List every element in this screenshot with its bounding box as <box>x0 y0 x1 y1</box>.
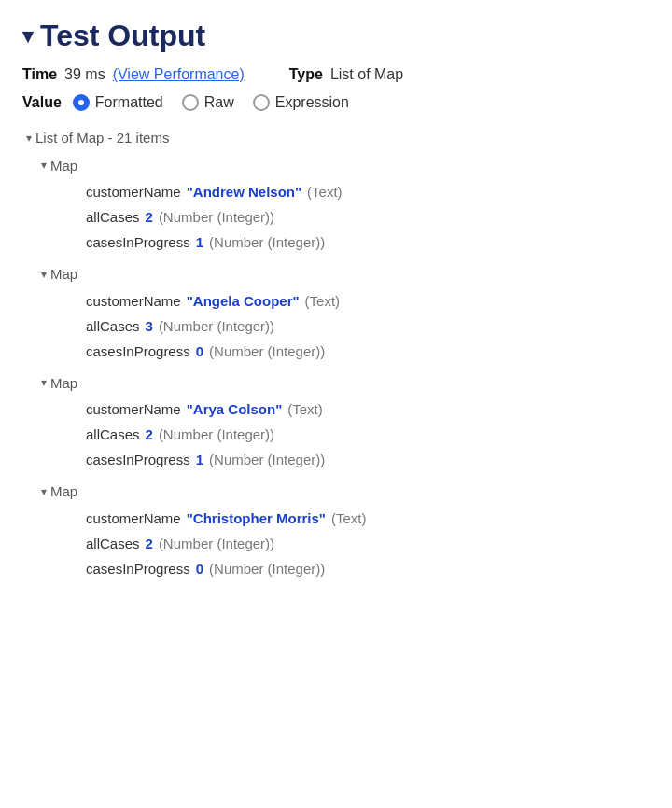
field-type-allCases-0: (Number (Integer)) <box>159 204 274 230</box>
collapse-chevron[interactable]: ▾ <box>22 24 33 49</box>
radio-group: Formatted Raw Expression <box>73 94 349 111</box>
radio-expression[interactable]: Expression <box>253 94 349 111</box>
field-name-casesInProgress-0: casesInProgress <box>86 230 190 255</box>
field-row-allCases-2: allCases 2 (Number (Integer)) <box>86 422 650 447</box>
field-value-allCases-0: 2 <box>146 204 153 230</box>
field-value-casesInProgress-3: 0 <box>196 556 203 581</box>
map-triangle-2[interactable]: ▾ <box>41 373 47 392</box>
field-value-customerName-2: "Arya Colson" <box>187 397 283 422</box>
view-performance-link[interactable]: (View Performance) <box>113 66 245 83</box>
field-name-customerName-1: customerName <box>86 288 181 313</box>
field-type-casesInProgress-2: (Number (Integer)) <box>209 447 325 472</box>
time-label: Time <box>22 66 57 83</box>
map-triangle-1[interactable]: ▾ <box>41 265 47 284</box>
field-name-allCases-3: allCases <box>86 531 140 556</box>
radio-raw-label: Raw <box>204 94 234 111</box>
map-header-2: ▾ Map <box>41 371 650 396</box>
field-row-customerName-1: customerName "Angela Cooper" (Text) <box>86 288 650 313</box>
time-value: 39 ms <box>64 66 105 83</box>
field-name-customerName-3: customerName <box>86 506 181 531</box>
field-type-casesInProgress-3: (Number (Integer)) <box>209 556 325 581</box>
map-fields-1: customerName "Angela Cooper" (Text) allC… <box>41 288 650 364</box>
field-row-allCases-3: allCases 2 (Number (Integer)) <box>86 531 650 556</box>
map-label-2: Map <box>50 371 77 396</box>
field-row-casesInProgress-3: casesInProgress 0 (Number (Integer)) <box>86 556 650 581</box>
field-name-allCases-0: allCases <box>86 204 140 230</box>
meta-row: Time 39 ms (View Performance) Type List … <box>22 66 650 83</box>
value-row: Value Formatted Raw Expression <box>22 94 650 111</box>
page-title: Test Output <box>40 19 205 53</box>
field-value-allCases-1: 3 <box>146 313 153 339</box>
map-label-1: Map <box>50 262 77 286</box>
tree-container: ▾ List of Map - 21 items ▾ Map customerN… <box>22 126 650 581</box>
tree-root: ▾ List of Map - 21 items <box>22 126 650 150</box>
field-value-customerName-3: "Christopher Morris" <box>187 506 326 531</box>
field-type-casesInProgress-0: (Number (Integer)) <box>209 230 325 255</box>
field-row-casesInProgress-1: casesInProgress 0 (Number (Integer)) <box>86 339 650 364</box>
radio-formatted-label: Formatted <box>95 94 163 111</box>
type-value: List of Map <box>330 66 403 83</box>
field-name-customerName-0: customerName <box>86 179 181 204</box>
field-value-allCases-2: 2 <box>146 422 153 447</box>
field-value-customerName-0: "Andrew Nelson" <box>187 179 301 204</box>
field-type-allCases-1: (Number (Integer)) <box>159 313 274 339</box>
field-name-customerName-2: customerName <box>86 397 181 422</box>
field-name-casesInProgress-2: casesInProgress <box>86 447 190 472</box>
field-name-casesInProgress-1: casesInProgress <box>86 339 190 364</box>
field-value-casesInProgress-1: 0 <box>196 339 203 364</box>
field-value-allCases-3: 2 <box>146 531 153 556</box>
field-row-casesInProgress-2: casesInProgress 1 (Number (Integer)) <box>86 447 650 472</box>
field-value-casesInProgress-0: 1 <box>196 230 203 255</box>
field-value-customerName-1: "Angela Cooper" <box>187 288 300 313</box>
map-group-3: ▾ Map customerName "Christopher Morris" … <box>22 480 650 581</box>
map-fields-2: customerName "Arya Colson" (Text) allCas… <box>41 397 650 472</box>
field-type-allCases-2: (Number (Integer)) <box>159 422 274 447</box>
field-type-casesInProgress-1: (Number (Integer)) <box>209 339 325 364</box>
root-label: List of Map - 21 items <box>35 126 169 150</box>
field-type-customerName-1: (Text) <box>305 288 341 313</box>
value-label: Value <box>22 94 62 111</box>
map-fields-0: customerName "Andrew Nelson" (Text) allC… <box>41 179 650 255</box>
root-triangle[interactable]: ▾ <box>26 129 32 147</box>
radio-expression-circle <box>253 94 270 111</box>
map-label-0: Map <box>50 154 77 178</box>
type-label: Type <box>289 66 323 83</box>
field-name-allCases-1: allCases <box>86 313 140 339</box>
title-row: ▾ Test Output <box>22 19 650 53</box>
field-name-allCases-2: allCases <box>86 422 140 447</box>
radio-raw[interactable]: Raw <box>182 94 234 111</box>
map-group-2: ▾ Map customerName "Arya Colson" (Text) … <box>22 371 650 473</box>
field-row-customerName-2: customerName "Arya Colson" (Text) <box>86 397 650 422</box>
field-row-casesInProgress-0: casesInProgress 1 (Number (Integer)) <box>86 230 650 255</box>
field-type-allCases-3: (Number (Integer)) <box>159 531 274 556</box>
radio-formatted[interactable]: Formatted <box>73 94 163 111</box>
field-row-allCases-1: allCases 3 (Number (Integer)) <box>86 313 650 339</box>
field-row-allCases-0: allCases 2 (Number (Integer)) <box>86 204 650 230</box>
map-header-1: ▾ Map <box>41 262 650 286</box>
map-header-3: ▾ Map <box>41 480 650 504</box>
map-group-0: ▾ Map customerName "Andrew Nelson" (Text… <box>22 154 650 256</box>
field-type-customerName-2: (Text) <box>287 397 323 422</box>
map-group-1: ▾ Map customerName "Angela Cooper" (Text… <box>22 262 650 364</box>
field-name-casesInProgress-3: casesInProgress <box>86 556 190 581</box>
field-value-casesInProgress-2: 1 <box>196 447 203 472</box>
map-fields-3: customerName "Christopher Morris" (Text)… <box>41 506 650 581</box>
map-triangle-3[interactable]: ▾ <box>41 482 47 501</box>
radio-formatted-circle <box>73 94 90 111</box>
map-label-3: Map <box>50 480 77 504</box>
field-row-customerName-3: customerName "Christopher Morris" (Text) <box>86 506 650 531</box>
map-triangle-0[interactable]: ▾ <box>41 156 47 174</box>
field-type-customerName-3: (Text) <box>331 506 367 531</box>
radio-raw-circle <box>182 94 199 111</box>
field-row-customerName-0: customerName "Andrew Nelson" (Text) <box>86 179 650 204</box>
map-header-0: ▾ Map <box>41 154 650 178</box>
radio-expression-label: Expression <box>275 94 349 111</box>
field-type-customerName-0: (Text) <box>307 179 343 204</box>
header-section: ▾ Test Output Time 39 ms (View Performan… <box>22 19 650 111</box>
